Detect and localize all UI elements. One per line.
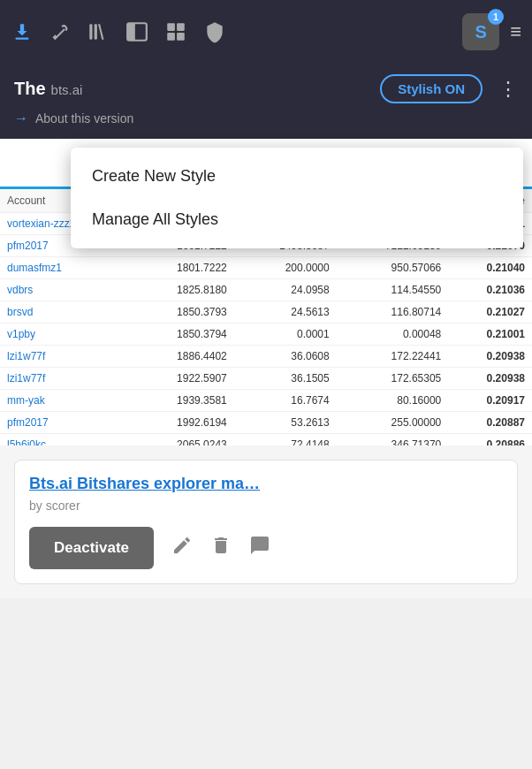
cell-account[interactable]: vdbrs <box>0 279 132 301</box>
cell-price: 0.20917 <box>448 390 532 412</box>
cell-total-usd: 2065.0243 <box>132 434 234 446</box>
cell-usd: 24.5613 <box>234 301 337 324</box>
cell-price: 0.21036 <box>448 279 532 301</box>
comment-icon[interactable] <box>249 535 270 561</box>
header-area: The bts.ai Stylish ON ⋮ <box>0 64 532 103</box>
table-row: brsvd1850.379324.5613116.807140.21027 <box>0 301 532 324</box>
cell-account[interactable]: lzi1w77f <box>0 346 132 368</box>
account-link[interactable]: vortexian-zzz2 <box>7 217 75 230</box>
cell-account[interactable]: brsvd <box>0 301 132 324</box>
svg-rect-6 <box>177 23 185 31</box>
account-link[interactable]: l5h6i0kc <box>7 438 46 445</box>
manage-all-styles-item[interactable]: Manage All Styles <box>71 198 523 241</box>
table-row: pfm20171992.619453.2613255.000000.20887 <box>0 412 532 434</box>
shield-icon[interactable] <box>203 20 226 43</box>
edit-icon[interactable] <box>171 535 193 561</box>
header-text-block: The bts.ai <box>14 79 82 99</box>
cell-account[interactable]: dumasfmz1 <box>0 257 132 279</box>
cell-total-usd: 1886.4402 <box>132 346 234 368</box>
account-link[interactable]: pfm2017 <box>7 416 49 429</box>
about-version-row: → About this version <box>0 103 532 139</box>
arrow-icon: → <box>14 110 28 126</box>
account-link[interactable]: mm-yak <box>7 394 45 407</box>
cell-total-usd: 1850.3793 <box>132 301 234 324</box>
grid-icon[interactable] <box>164 20 187 43</box>
cell-bts: 950.57066 <box>337 257 449 279</box>
toolbar-left-icons <box>11 20 226 43</box>
account-link[interactable]: v1pby <box>7 328 35 340</box>
cell-usd: 200.0000 <box>234 257 337 279</box>
account-link[interactable]: pfm2017 <box>7 240 49 252</box>
account-link[interactable]: vdbrs <box>7 284 33 296</box>
create-new-style-item[interactable]: Create New Style <box>71 155 523 198</box>
table-row: v1pby1850.37940.00010.000480.21001 <box>0 324 532 346</box>
stylish-letter: S <box>475 22 486 42</box>
cell-price: 0.20887 <box>448 412 532 434</box>
svg-rect-8 <box>177 33 185 41</box>
table-row: dumasfmz11801.7222200.0000950.570660.210… <box>0 257 532 279</box>
style-title[interactable]: Bts.ai Bitshares explorer ma… <box>29 475 503 493</box>
account-link[interactable]: dumasfmz1 <box>7 262 62 274</box>
cell-bts: 172.65305 <box>337 368 449 390</box>
svg-rect-2 <box>95 24 97 39</box>
cell-total-usd: 1850.3794 <box>132 324 234 346</box>
stylish-on-button[interactable]: Stylish ON <box>380 74 483 103</box>
cell-bts: 346.71370 <box>337 434 449 446</box>
sidebar-icon[interactable] <box>125 20 148 43</box>
svg-rect-4 <box>127 23 135 41</box>
cell-total-usd: 1992.6194 <box>132 412 234 434</box>
download-icon[interactable] <box>11 20 34 43</box>
cell-bts: 80.16000 <box>337 390 449 412</box>
cell-usd: 72.4148 <box>234 434 337 446</box>
library-icon[interactable] <box>87 20 110 43</box>
svg-rect-5 <box>167 23 175 31</box>
table-row: lzi1w77f1922.590736.1505172.653050.20938 <box>0 368 532 390</box>
svg-rect-1 <box>89 24 92 39</box>
cell-usd: 36.1505 <box>234 368 337 390</box>
cell-price: 0.21027 <box>448 301 532 324</box>
cell-account[interactable]: l5h6i0kc <box>0 434 132 446</box>
style-card: Bts.ai Bitshares explorer ma… by scorer … <box>14 460 518 584</box>
account-link[interactable]: lzi1w77f <box>7 350 45 362</box>
cell-usd: 16.7674 <box>234 390 337 412</box>
cell-price: 0.21040 <box>448 257 532 279</box>
wrench-icon[interactable] <box>49 21 71 42</box>
cell-total-usd: 1825.8180 <box>132 279 234 301</box>
cell-price: 0.21001 <box>448 324 532 346</box>
cell-usd: 36.0608 <box>234 346 337 368</box>
toolbar: S 1 ≡ <box>0 0 532 64</box>
account-link[interactable]: lzi1w77f <box>7 372 45 384</box>
svg-rect-7 <box>167 33 175 41</box>
stylish-icon[interactable]: S 1 <box>462 13 499 50</box>
about-version-link[interactable]: About this version <box>35 111 133 126</box>
dropdown-menu: Create New Style Manage All Styles <box>71 148 523 248</box>
cell-usd: 53.2613 <box>234 412 337 434</box>
account-link[interactable]: brsvd <box>7 306 33 318</box>
deactivate-button[interactable]: Deactivate <box>29 527 154 569</box>
cell-usd: 24.0958 <box>234 279 337 301</box>
cell-account[interactable]: pfm2017 <box>0 412 132 434</box>
toolbar-right: S 1 ≡ <box>462 13 521 50</box>
cell-usd: 0.0001 <box>234 324 337 346</box>
cell-total-usd: 1801.7222 <box>132 257 234 279</box>
three-dots-menu[interactable]: ⋮ <box>498 78 518 101</box>
svg-rect-0 <box>15 38 28 40</box>
hamburger-menu-icon[interactable]: ≡ <box>510 20 521 43</box>
cell-account[interactable]: lzi1w77f <box>0 368 132 390</box>
cell-bts: 255.00000 <box>337 412 449 434</box>
stylish-badge: 1 <box>488 9 504 25</box>
delete-icon[interactable] <box>210 535 232 561</box>
table-row: vdbrs1825.818024.0958114.545500.21036 <box>0 279 532 301</box>
style-author: by scorer <box>29 499 503 513</box>
cell-account[interactable]: mm-yak <box>0 390 132 412</box>
header-site: bts.ai <box>51 82 83 97</box>
table-row: lzi1w77f1886.440236.0608172.224410.20938 <box>0 346 532 368</box>
table-row: l5h6i0kc2065.024372.4148346.713700.20886 <box>0 434 532 446</box>
cell-price: 0.20938 <box>448 346 532 368</box>
cell-price: 0.20938 <box>448 368 532 390</box>
cell-bts: 0.00048 <box>337 324 449 346</box>
table-row: mm-yak1939.358116.767480.160000.20917 <box>0 390 532 412</box>
cell-total-usd: 1939.3581 <box>132 390 234 412</box>
cell-bts: 116.80714 <box>337 301 449 324</box>
cell-account[interactable]: v1pby <box>0 324 132 346</box>
